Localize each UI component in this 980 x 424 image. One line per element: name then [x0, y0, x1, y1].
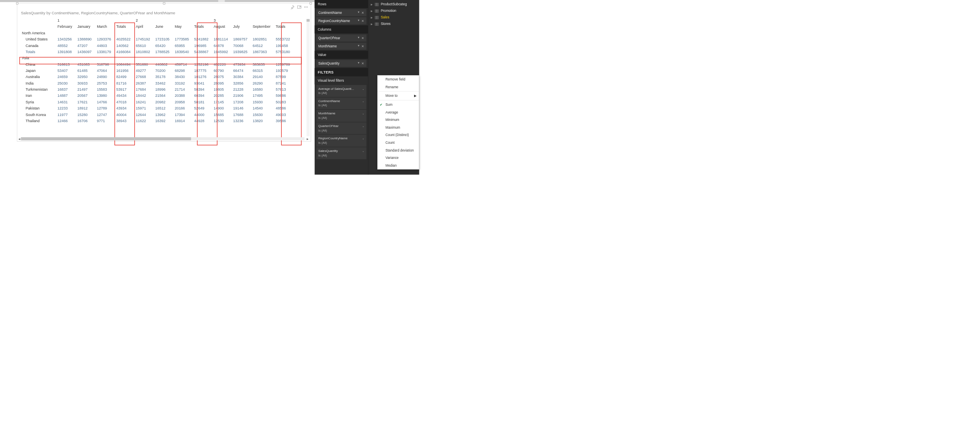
cell-value[interactable]: 38430 — [172, 74, 192, 80]
cell-value[interactable]: 65420 — [153, 42, 172, 49]
cell-value[interactable]: 20982 — [153, 99, 172, 105]
cell-value[interactable]: 93041 — [192, 80, 211, 86]
month-header[interactable]: Totals — [192, 24, 211, 30]
cell-value[interactable]: 1881114 — [211, 36, 231, 42]
cell-value[interactable]: 1436097 — [75, 49, 94, 55]
cell-value[interactable]: 21497 — [75, 86, 94, 92]
cell-value[interactable]: 53407 — [55, 67, 75, 74]
cell-value[interactable]: 20166 — [172, 105, 192, 111]
cell-value[interactable]: 81716 — [114, 80, 133, 86]
row-label[interactable]: Iran — [21, 93, 55, 99]
cell-value[interactable]: 1810802 — [133, 49, 153, 55]
value-field-well[interactable]: SalesQuantity▼✕ — [316, 60, 366, 67]
month-header[interactable]: March — [94, 24, 114, 30]
cell-value[interactable]: 33462 — [153, 80, 172, 86]
focus-mode-icon[interactable] — [297, 5, 301, 9]
cell-value[interactable]: 15280 — [75, 112, 94, 118]
cell-value[interactable]: 44928 — [192, 118, 211, 124]
row-label[interactable]: Pakistan — [21, 105, 55, 111]
cell-value[interactable]: 66315 — [250, 67, 273, 74]
chevron-down-icon[interactable]: ⌄ — [362, 100, 364, 103]
cell-value[interactable]: 12747 — [94, 112, 114, 118]
cell-value[interactable]: 60790 — [211, 67, 231, 74]
cell-value[interactable]: 187775 — [192, 67, 211, 74]
month-header[interactable]: August — [211, 24, 231, 30]
cell-value[interactable]: 1293376 — [94, 36, 114, 42]
cell-value[interactable]: 1343256 — [55, 36, 75, 42]
scroll-right-icon[interactable]: ► — [306, 137, 310, 141]
cell-value[interactable]: 12530 — [211, 118, 231, 124]
chevron-down-icon[interactable]: ▼ — [357, 44, 360, 48]
cell-value[interactable]: 26290 — [250, 80, 273, 86]
filter-card[interactable]: ContinentNameis (All)⌄ — [316, 97, 366, 109]
cell-value[interactable]: 16580 — [250, 86, 273, 92]
cell-value[interactable]: 47064 — [94, 67, 114, 74]
cell-value[interactable]: 39586 — [273, 118, 293, 124]
cell-value[interactable]: 316798 — [94, 61, 114, 67]
cell-value[interactable]: 17145 — [211, 99, 231, 105]
matrix-visual[interactable]: SalesQuantity by ContinentName, RegionCo… — [17, 3, 311, 142]
row-label[interactable]: India — [21, 80, 55, 86]
chevron-down-icon[interactable]: ⌄ — [362, 137, 364, 141]
cell-value[interactable]: 15583 — [94, 86, 114, 92]
cell-value[interactable]: 1945992 — [211, 49, 231, 55]
cell-value[interactable]: 12233 — [55, 105, 75, 111]
cell-value[interactable]: 44803 — [94, 42, 114, 49]
cell-value[interactable]: 5438867 — [192, 49, 211, 55]
month-header[interactable]: January — [75, 24, 94, 30]
row-label[interactable]: Syria — [21, 99, 55, 105]
row-label[interactable]: Thailand — [21, 118, 55, 124]
cell-value[interactable]: 19805 — [211, 86, 231, 92]
cell-value[interactable]: 13980 — [94, 93, 114, 99]
cell-value[interactable]: 1064494 — [114, 61, 133, 67]
chevron-down-icon[interactable]: ⌄ — [362, 125, 364, 128]
filter-card[interactable]: MonthNameis (All)⌄ — [316, 110, 366, 122]
month-header[interactable]: July — [231, 24, 250, 30]
cell-value[interactable]: 24659 — [55, 74, 75, 80]
quarter-header[interactable]: 1 — [55, 17, 133, 23]
menu-median[interactable]: Median — [378, 162, 419, 170]
cell-value[interactable]: 32950 — [75, 74, 94, 80]
cell-value[interactable]: 11622 — [133, 118, 153, 124]
cell-value[interactable]: 38943 — [114, 118, 133, 124]
filter-card[interactable]: RegionCountryNameis (All)⌄ — [316, 135, 366, 147]
cell-value[interactable]: 473934 — [231, 61, 250, 67]
cell-value[interactable]: 82499 — [114, 74, 133, 80]
cell-value[interactable]: 27668 — [133, 74, 153, 80]
cell-value[interactable]: 20958 — [172, 99, 192, 105]
cell-value[interactable]: 25030 — [55, 80, 75, 86]
resize-handle[interactable] — [16, 2, 18, 4]
cell-value[interactable]: 40004 — [114, 112, 133, 118]
cell-value[interactable]: 58181 — [192, 99, 211, 105]
cell-value[interactable]: 17208 — [231, 99, 250, 105]
menu-stddev[interactable]: Standard deviation — [378, 146, 419, 154]
cell-value[interactable]: 1252196 — [192, 61, 211, 67]
fields-table-item[interactable]: ▶Stores — [368, 21, 419, 27]
group-header[interactable]: Asia — [21, 55, 292, 61]
menu-rename[interactable]: Rename — [378, 83, 419, 91]
chevron-down-icon[interactable]: ▼ — [357, 61, 360, 65]
cell-value[interactable]: 1723105 — [153, 36, 172, 42]
cell-value[interactable]: 66474 — [231, 67, 250, 74]
menu-move-to[interactable]: Move to▶ — [378, 92, 419, 100]
cell-value[interactable]: 17495 — [250, 93, 273, 99]
cell-value[interactable]: 28095 — [211, 80, 231, 86]
resize-handle[interactable] — [163, 2, 165, 4]
cell-value[interactable]: 351680 — [133, 61, 153, 67]
cell-value[interactable]: 16512 — [153, 105, 172, 111]
scroll-left-icon[interactable]: ◄ — [18, 137, 21, 141]
cell-value[interactable]: 52649 — [192, 105, 211, 111]
cell-value[interactable]: 57613 — [273, 86, 293, 92]
chevron-down-icon[interactable]: ▼ — [357, 11, 360, 15]
cell-value[interactable]: 4166084 — [114, 49, 133, 55]
menu-sum[interactable]: ✔Sum — [378, 101, 419, 109]
cell-value[interactable]: 101276 — [192, 74, 211, 80]
quarter-header[interactable]: 2 — [133, 17, 211, 23]
remove-field-icon[interactable]: ✕ — [361, 44, 364, 48]
chevron-down-icon[interactable]: ⌄ — [362, 87, 364, 91]
cell-value[interactable]: 5753180 — [273, 49, 293, 55]
cell-value[interactable]: 21714 — [172, 86, 192, 92]
cell-value[interactable]: 49003 — [273, 112, 293, 118]
chevron-down-icon[interactable]: ⌄ — [362, 112, 364, 116]
row-label[interactable]: Canada — [21, 42, 55, 49]
